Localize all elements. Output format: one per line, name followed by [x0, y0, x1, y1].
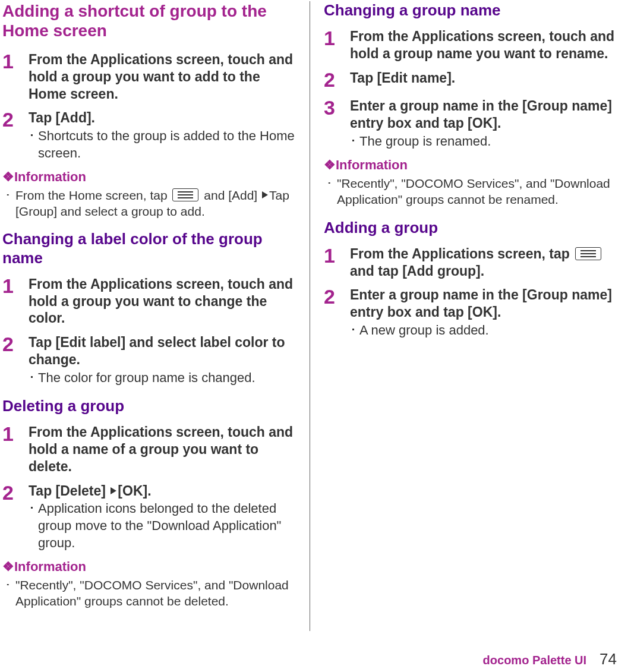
- menu-icon: [172, 188, 198, 201]
- step-title: Enter a group name in the [Group name] e…: [350, 286, 617, 321]
- step-number: 2: [324, 70, 340, 91]
- information-item: From the Home screen, tap and [Add] Tap …: [2, 187, 295, 220]
- information-item: "Recently", "DOCOMO Services", and "Down…: [2, 577, 295, 610]
- step-item: 1 From the Applications screen, touch an…: [2, 51, 295, 102]
- step-title: Tap [Edit name].: [350, 70, 617, 87]
- step-title: From the Applications screen, touch and …: [29, 51, 295, 102]
- step-title: From the Applications screen, tap and ta…: [350, 245, 617, 280]
- step-bullet: Shortcuts to the group is added to the H…: [29, 128, 295, 162]
- step-number: 1: [324, 28, 340, 49]
- step-number: 2: [324, 286, 340, 308]
- step-item: 2 Tap [Edit label] and select label colo…: [2, 334, 295, 386]
- step-item: 2 Tap [Add]. Shortcuts to the group is a…: [2, 109, 295, 162]
- step-item: 1 From the Applications screen, touch an…: [324, 28, 617, 62]
- heading-adding-group: Adding a group: [324, 219, 617, 237]
- step-title: Enter a group name in the [Group name] e…: [350, 97, 617, 132]
- menu-icon: [575, 247, 601, 260]
- step-item: 3 Enter a group name in the [Group name]…: [324, 97, 617, 150]
- step-bullet: The group is renamed.: [350, 133, 617, 150]
- step-number: 1: [2, 424, 19, 445]
- information-label: ❖Information: [2, 559, 295, 576]
- step-number: 2: [2, 482, 19, 504]
- heading-deleting-group: Deleting a group: [2, 397, 295, 415]
- step-bullet: Application icons belonged to the delete…: [29, 500, 295, 551]
- footer-brand: docomo Palette UI: [483, 652, 586, 668]
- heading-add-shortcut: Adding a shortcut of group to the Home s…: [2, 1, 295, 40]
- heading-change-label-color: Changing a label color of the group name: [2, 230, 295, 267]
- step-number: 1: [324, 245, 340, 267]
- step-title: From the Applications screen, touch and …: [350, 28, 617, 62]
- step-bullet: A new group is added.: [350, 322, 617, 339]
- step-item: 1 From the Applications screen, tap and …: [324, 245, 617, 280]
- step-title: From the Applications screen, touch and …: [29, 424, 295, 475]
- information-label: ❖Information: [324, 157, 617, 174]
- step-title: From the Applications screen, touch and …: [29, 276, 295, 327]
- step-title: Tap [Edit label] and select label color …: [29, 334, 295, 368]
- step-title: Tap [Delete] [OK].: [29, 482, 295, 500]
- information-item: "Recently", "DOCOMO Services", and "Down…: [324, 175, 617, 208]
- step-item: 1 From the Applications screen, touch an…: [2, 276, 295, 327]
- step-number: 1: [2, 276, 19, 297]
- step-item: 2 Tap [Edit name].: [324, 70, 617, 91]
- arrow-right-icon: [111, 487, 116, 494]
- step-item: 2 Enter a group name in the [Group name]…: [324, 286, 617, 339]
- information-label: ❖Information: [2, 169, 295, 186]
- arrow-right-icon: [262, 191, 268, 198]
- step-bullet: The color for group name is changed.: [29, 370, 295, 387]
- step-title: Tap [Add].: [29, 109, 295, 127]
- step-item: 2 Tap [Delete] [OK]. Application icons b…: [2, 482, 295, 552]
- heading-changing-group-name: Changing a group name: [324, 1, 617, 20]
- page-number: 74: [600, 649, 617, 670]
- step-number: 2: [2, 334, 19, 355]
- step-number: 2: [2, 109, 19, 131]
- step-item: 1 From the Applications screen, touch an…: [2, 424, 295, 475]
- step-number: 3: [324, 97, 340, 119]
- page-footer: docomo Palette UI 74: [483, 649, 617, 670]
- step-number: 1: [2, 51, 19, 72]
